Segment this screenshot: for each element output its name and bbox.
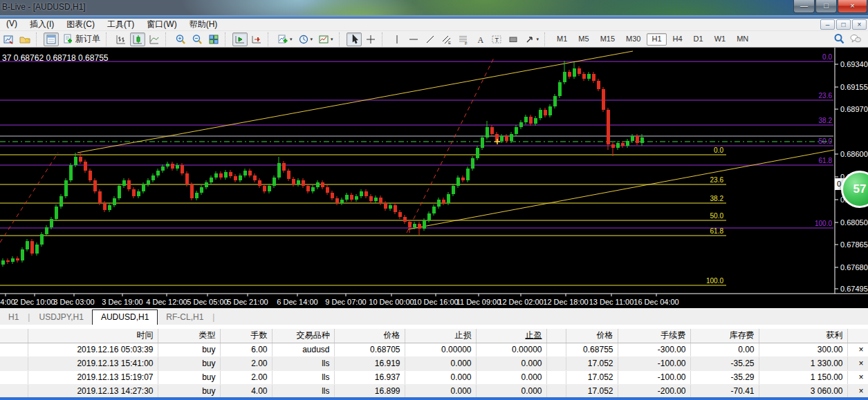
- timeframe-mn-button[interactable]: MN: [732, 33, 753, 46]
- horizontal-line-button[interactable]: [406, 32, 421, 46]
- arrows-button[interactable]: ▾: [522, 32, 542, 46]
- table-row[interactable]: 2019.12.13 15:19:07buy2.00lls16.9370.000…: [0, 370, 868, 384]
- table-row[interactable]: 2019.12.13 15:41:00buy2.00lls16.9190.000…: [0, 356, 868, 370]
- selected-row-strip[interactable]: [0, 397, 868, 400]
- close-trade-button[interactable]: ×: [847, 343, 868, 356]
- candlestick: [321, 182, 324, 187]
- column-header-4[interactable]: 交易品种: [272, 329, 334, 343]
- timeframe-m5-button[interactable]: M5: [573, 33, 593, 46]
- red-dashed-left[interactable]: [0, 153, 58, 242]
- favorites-folder-button[interactable]: [17, 32, 33, 46]
- candlestick: [127, 180, 131, 189]
- upper-trendline[interactable]: [77, 51, 633, 153]
- menu-item-0[interactable]: (V): [0, 18, 24, 31]
- table-cell: buy: [158, 356, 220, 370]
- chart-profile-button[interactable]: [1, 32, 16, 46]
- mdi-close-button[interactable]: ×: [852, 19, 867, 30]
- shapes-button[interactable]: [506, 32, 521, 46]
- time-axis-label: 14:00: [0, 298, 15, 306]
- timeframe-h1-button[interactable]: H1: [647, 33, 666, 46]
- column-header-5[interactable]: 价格: [334, 329, 405, 343]
- column-header-9[interactable]: 价格: [566, 329, 618, 343]
- chat-button[interactable]: [848, 32, 863, 46]
- vertical-line-button[interactable]: [389, 32, 405, 46]
- table-row[interactable]: 2019.12.13 14:27:30buy4.00lls16.8990.000…: [0, 384, 868, 398]
- mdi-minimize-button[interactable]: –: [820, 19, 835, 30]
- timeframe-d1-button[interactable]: D1: [689, 33, 708, 46]
- candlestick: [200, 187, 203, 193]
- indicators-button[interactable]: ▾: [275, 32, 295, 46]
- minimize-button[interactable]: —: [793, 0, 815, 13]
- timeframe-m30-button[interactable]: M30: [621, 33, 645, 46]
- bar-chart-button[interactable]: [113, 32, 129, 46]
- column-header-11[interactable]: 库存费: [690, 329, 759, 343]
- column-header-6[interactable]: 止损: [405, 329, 476, 343]
- table-cell: 16.937: [334, 370, 405, 384]
- close-trade-button[interactable]: ×: [847, 356, 868, 370]
- timeframe-w1-button[interactable]: W1: [710, 33, 731, 46]
- crosshair-button[interactable]: [363, 32, 378, 46]
- cursor-button[interactable]: [347, 32, 362, 46]
- table-row[interactable]: 2019.12.16 05:03:39buy6.00audusd0.687050…: [0, 343, 868, 356]
- time-axis-label: 5 Dec 21:00: [227, 298, 268, 306]
- menu-items: (V)插入(I)图表(C)工具(T)窗口(W)帮助(H): [0, 18, 223, 31]
- close-button[interactable]: ×: [838, 0, 867, 13]
- equidistant-channel-button[interactable]: E: [439, 32, 454, 46]
- column-header-0[interactable]: [0, 329, 28, 343]
- timeframe-m1-button[interactable]: M1: [552, 33, 572, 46]
- tab-rf-cl-h1[interactable]: RF-CL,H1: [158, 310, 212, 325]
- table-cell: -70.41: [690, 384, 759, 398]
- close-trade-button[interactable]: ×: [847, 384, 868, 398]
- candlestick: [607, 110, 610, 144]
- line-chart-button[interactable]: [147, 32, 162, 46]
- new-order-button[interactable]: 新订单: [60, 32, 102, 46]
- fibonacci-button[interactable]: F: [456, 32, 471, 46]
- column-header-2[interactable]: 类型: [158, 329, 220, 343]
- market-watch-button[interactable]: [44, 32, 59, 46]
- candlestick: [398, 212, 402, 217]
- column-header-7[interactable]: 止盈: [476, 329, 546, 343]
- zoom-in-button[interactable]: [173, 32, 188, 46]
- svg-text:F: F: [465, 41, 468, 45]
- candlestick-chart-button[interactable]: [130, 32, 145, 46]
- trendline-button[interactable]: [423, 32, 438, 46]
- tile-windows-button[interactable]: [206, 32, 221, 46]
- menu-item-1[interactable]: 插入(I): [24, 18, 60, 31]
- chart-plot[interactable]: 0.023.638.250.061.8100.00.023.638.250.06…: [0, 48, 868, 308]
- timeframe-m15-button[interactable]: M15: [595, 33, 620, 46]
- auto-scroll-button[interactable]: [232, 32, 248, 46]
- maximize-button[interactable]: □: [815, 0, 837, 13]
- column-header-8[interactable]: [546, 329, 566, 343]
- time-axis-label: 5 Dec 05:00: [187, 298, 228, 306]
- timeframe-h4-button[interactable]: H4: [668, 33, 687, 46]
- text-label-button[interactable]: T: [489, 32, 504, 46]
- table-cell: -100.00: [618, 370, 690, 384]
- column-header-13[interactable]: [847, 329, 868, 343]
- chart-shift-button[interactable]: [249, 32, 264, 46]
- column-header-1[interactable]: 时间: [28, 329, 158, 343]
- menu-item-2[interactable]: 图表(C): [60, 18, 101, 31]
- menu-item-3[interactable]: 工具(T): [101, 18, 140, 31]
- mdi-restore-button[interactable]: □: [836, 19, 851, 30]
- menu-bar: (V)插入(I)图表(C)工具(T)窗口(W)帮助(H) – □ ×: [0, 19, 868, 31]
- zoom-out-button[interactable]: [190, 32, 205, 46]
- time-axis-label: 4 Dec 12:00: [146, 298, 187, 306]
- column-header-10[interactable]: 手续费: [618, 329, 690, 343]
- tab-audusd-h1[interactable]: AUDUSD,H1: [92, 309, 158, 325]
- search-button[interactable]: [831, 32, 847, 46]
- column-header-12[interactable]: 获利: [759, 329, 847, 343]
- table-cell: 0.000: [405, 384, 476, 398]
- candlestick: [544, 110, 547, 115]
- chart-area[interactable]: 0.023.638.250.061.8100.00.023.638.250.06…: [0, 48, 868, 308]
- menu-item-4[interactable]: 窗口(W): [140, 18, 183, 31]
- candlestick: [587, 74, 591, 79]
- tab-h1[interactable]: H1: [0, 310, 27, 325]
- tab-usdjpy-h1[interactable]: USDJPY,H1: [30, 310, 91, 325]
- close-trade-button[interactable]: ×: [847, 370, 868, 384]
- candlestick: [316, 182, 320, 187]
- text-button[interactable]: A: [472, 32, 488, 46]
- templates-button[interactable]: ▾: [316, 32, 335, 46]
- periods-button[interactable]: ▾: [296, 32, 315, 46]
- menu-item-5[interactable]: 帮助(H): [183, 18, 224, 31]
- column-header-3[interactable]: 手数: [220, 329, 272, 343]
